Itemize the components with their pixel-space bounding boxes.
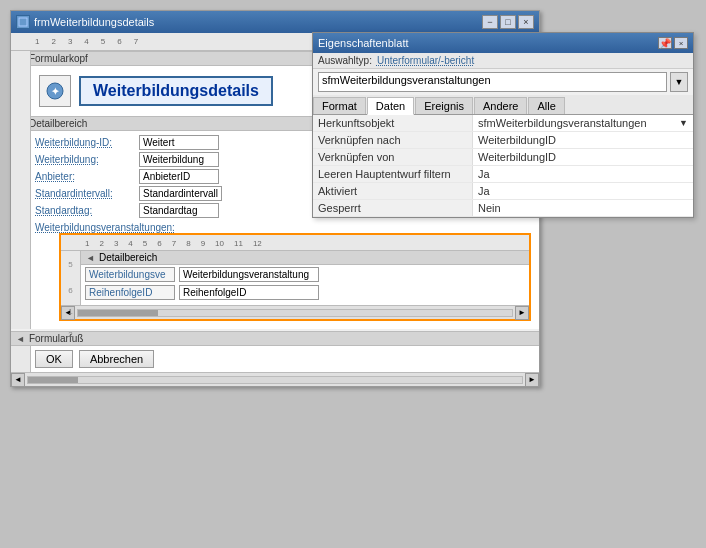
properties-table: Herkunftsobjekt sfmWeiterbildungsveranst… xyxy=(313,115,693,217)
header-title: Weiterbildungsdetails xyxy=(79,76,273,106)
properties-close-button[interactable]: × xyxy=(674,37,688,49)
ok-button[interactable]: OK xyxy=(35,350,73,368)
field-label-3: Standardintervall: xyxy=(35,188,135,199)
prop-value-2[interactable]: WeiterbildungID xyxy=(473,149,693,165)
subform-content: ◄ Detailbereich Weiterbildungsve Weiterb… xyxy=(81,251,529,305)
scroll-right-btn[interactable]: ► xyxy=(515,306,529,320)
subform-container: 1 2 3 4 5 6 7 8 9 10 11 12 xyxy=(59,233,531,321)
tab-ereignis[interactable]: Ereignis xyxy=(415,97,473,114)
bottom-scroll-left[interactable]: ◄ xyxy=(11,373,25,387)
properties-pin-button[interactable]: 📌 xyxy=(658,37,672,49)
header-icon: ✦ xyxy=(39,75,71,107)
prop-value-0[interactable]: sfmWeiterbildungsveranstaltungen ▼ xyxy=(473,115,693,131)
window-icon xyxy=(16,15,30,29)
prop-name-1: Verknüpfen nach xyxy=(313,132,473,148)
subform-fields: Weiterbildungsve Weiterbildungsveranstal… xyxy=(81,265,529,305)
properties-tabs: Format Daten Ereignis Andere Alle xyxy=(313,95,693,115)
prop-row-1: Verknüpfen nach WeiterbildungID xyxy=(313,132,693,149)
prop-name-3: Leeren Hauptentwurf filtern xyxy=(313,166,473,182)
window-title: frmWeiterbildungsdetails xyxy=(34,16,154,28)
scroll-thumb xyxy=(78,310,158,316)
properties-title-controls: 📌 × xyxy=(658,37,688,49)
scroll-track xyxy=(77,309,513,317)
prop-value-4[interactable]: Ja xyxy=(473,183,693,199)
prop-row-4: Aktiviert Ja xyxy=(313,183,693,200)
field-label-2: Anbieter: xyxy=(35,171,135,182)
subform-side-ruler: 5 6 1 2 xyxy=(61,251,81,305)
fuss-arrow-icon: ◄ xyxy=(16,334,25,344)
subform-ruler: 1 2 3 4 5 6 7 8 9 10 11 12 xyxy=(61,235,529,251)
subform-hscroll[interactable]: ◄ ► xyxy=(61,305,529,319)
subform-label-text: Weiterbildungsveranstaltungen: xyxy=(35,222,535,233)
minimize-button[interactable]: − xyxy=(482,15,498,29)
field-label-1: Weiterbildung: xyxy=(35,154,135,165)
prop-name-5: Gesperrt xyxy=(313,200,473,216)
prop-row-2: Verknüpfen von WeiterbildungID xyxy=(313,149,693,166)
subform-arrow-icon: ◄ xyxy=(86,253,95,263)
properties-dropdown[interactable]: sfmWeiterbildungsveranstaltungen xyxy=(318,72,667,92)
field-value-3: Standardintervall xyxy=(139,186,222,201)
svg-rect-1 xyxy=(20,19,26,22)
subform-field-row-1: ReihenfolgeID ReihenfolgeID xyxy=(85,285,525,300)
properties-title-bar: Eigenschaftenblatt 📌 × xyxy=(313,33,693,53)
prop-value-dropdown-0[interactable]: ▼ xyxy=(679,118,688,128)
dropdown-arrow-icon[interactable]: ▼ xyxy=(670,72,688,92)
cancel-button[interactable]: Abbrechen xyxy=(79,350,154,368)
detailbereich-label: Detailbereich xyxy=(29,118,87,129)
subform-field-row-0: Weiterbildungsve Weiterbildungsveranstal… xyxy=(85,267,525,282)
prop-row-5: Gesperrt Nein xyxy=(313,200,693,217)
field-value-1: Weiterbildung xyxy=(139,152,219,167)
formularfuss-body: OK Abbrechen xyxy=(11,346,539,372)
field-value-2: AnbieterID xyxy=(139,169,219,184)
tab-andere[interactable]: Andere xyxy=(474,97,527,114)
side-ruler-kopf xyxy=(11,51,31,116)
title-bar: frmWeiterbildungsdetails − □ × xyxy=(11,11,539,33)
field-label-0: Weiterbildung-ID: xyxy=(35,137,135,148)
formularfuss-header: ◄ Formularfuß xyxy=(11,331,539,346)
auswahltyp-label: Auswahltyp: xyxy=(318,55,372,66)
properties-title: Eigenschaftenblatt xyxy=(318,37,409,49)
formular-kopf-label: Formularkopf xyxy=(29,53,88,64)
subform-detail-label: Detailbereich xyxy=(99,252,157,263)
field-label-4: Standardtag: xyxy=(35,205,135,216)
properties-dropdown-row: sfmWeiterbildungsveranstaltungen ▼ xyxy=(313,69,693,95)
bottom-scroll-track xyxy=(27,376,523,384)
prop-value-1[interactable]: WeiterbildungID xyxy=(473,132,693,148)
prop-value-3[interactable]: Ja xyxy=(473,166,693,182)
close-button[interactable]: × xyxy=(518,15,534,29)
bottom-hscroll[interactable]: ◄ ► xyxy=(11,372,539,386)
tab-format[interactable]: Format xyxy=(313,97,366,114)
prop-name-2: Verknüpfen von xyxy=(313,149,473,165)
bottom-scroll-thumb xyxy=(28,377,78,383)
prop-row-0: Herkunftsobjekt sfmWeiterbildungsveranst… xyxy=(313,115,693,132)
subform-field-label-0: Weiterbildungsve xyxy=(85,267,175,282)
subform-detail-header: ◄ Detailbereich xyxy=(81,251,529,265)
svg-text:✦: ✦ xyxy=(51,86,60,97)
subform-field-label-1: ReihenfolgeID xyxy=(85,285,175,300)
prop-value-5[interactable]: Nein xyxy=(473,200,693,216)
side-ruler-detail xyxy=(11,116,31,329)
bottom-scroll-right[interactable]: ► xyxy=(525,373,539,387)
prop-name-0: Herkunftsobjekt xyxy=(313,115,473,131)
subform-field-value-1: ReihenfolgeID xyxy=(179,285,319,300)
fuss-side-ruler xyxy=(11,346,31,372)
field-value-4: Standardtag xyxy=(139,203,219,218)
properties-panel: Eigenschaftenblatt 📌 × Auswahltyp: Unter… xyxy=(312,32,694,218)
subform-inner: 5 6 1 2 ◄ Detailbereich Weiterbildungsve xyxy=(61,251,529,305)
field-value-0: Weitert xyxy=(139,135,219,150)
prop-row-3: Leeren Hauptentwurf filtern Ja xyxy=(313,166,693,183)
auswahltyp-row: Auswahltyp: Unterformular/-bericht xyxy=(313,53,693,69)
tab-daten[interactable]: Daten xyxy=(367,97,414,115)
tab-alle[interactable]: Alle xyxy=(528,97,564,114)
maximize-button[interactable]: □ xyxy=(500,15,516,29)
formularfuss-label: Formularfuß xyxy=(29,333,83,344)
title-bar-controls: − □ × xyxy=(482,15,534,29)
prop-name-4: Aktiviert xyxy=(313,183,473,199)
auswahltyp-value: Unterformular/-bericht xyxy=(377,55,474,66)
title-bar-left: frmWeiterbildungsdetails xyxy=(16,15,154,29)
subform-field-value-0: Weiterbildungsveranstaltung xyxy=(179,267,319,282)
